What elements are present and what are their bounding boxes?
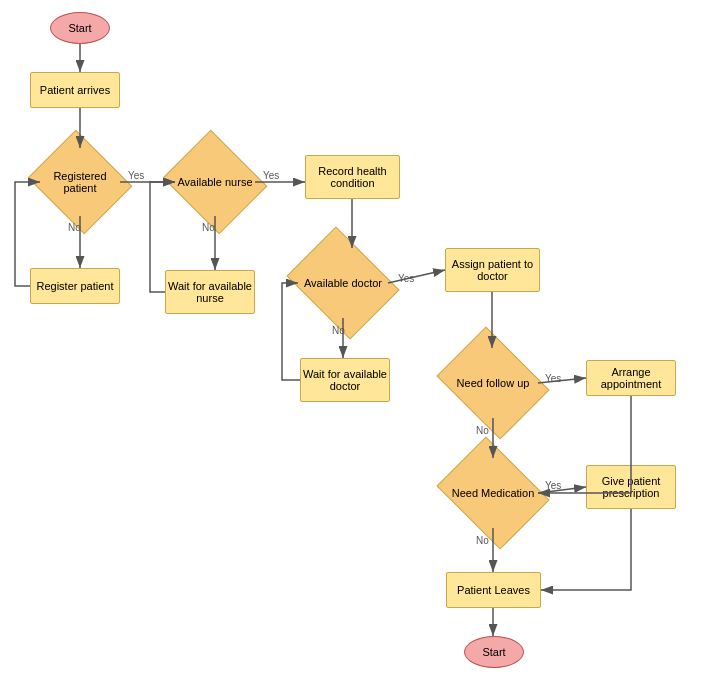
start-node: Start [50, 12, 110, 44]
need-followup-node: Need follow up [448, 348, 538, 418]
register-patient-node: Register patient [30, 268, 120, 304]
available-nurse-node: Available nurse [175, 148, 255, 216]
patient-leaves-node: Patient Leaves [446, 572, 541, 608]
flowchart: Start Patient arrives Registered patient… [0, 0, 709, 693]
arrange-appointment-node: Arrange appointment [586, 360, 676, 396]
give-prescription-node: Give patient prescription [586, 465, 676, 509]
registered-patient-node: Registered patient [40, 148, 120, 216]
label-no-followup: No [476, 425, 489, 436]
wait-nurse-node: Wait for available nurse [165, 270, 255, 314]
label-no-nurse: No [202, 222, 215, 233]
svg-line-9 [388, 270, 445, 283]
label-yes-followup: Yes [545, 373, 561, 384]
record-health-node: Record health condition [305, 155, 400, 199]
need-medication-node: Need Medication [448, 458, 538, 528]
assign-doctor-node: Assign patient to doctor [445, 248, 540, 292]
patient-arrives-node: Patient arrives [30, 72, 120, 108]
wait-doctor-node: Wait for available doctor [300, 358, 390, 402]
label-yes-doctor: Yes [398, 273, 414, 284]
available-doctor-node: Available doctor [298, 248, 388, 318]
label-no-registered: No [68, 222, 81, 233]
label-yes-nurse: Yes [263, 170, 279, 181]
label-yes-registered: Yes [128, 170, 144, 181]
label-yes-medication: Yes [545, 480, 561, 491]
end-node: Start [464, 636, 524, 668]
label-no-doctor: No [332, 325, 345, 336]
label-no-medication: No [476, 535, 489, 546]
